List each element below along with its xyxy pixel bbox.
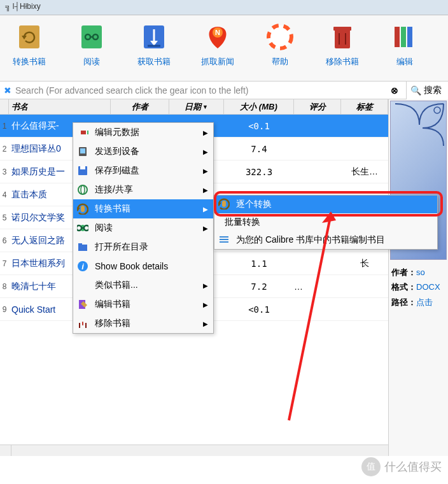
menu-edit[interactable]: 编辑元数据 ▶ (73, 123, 213, 142)
watermark: 值 什么值得买 (361, 457, 442, 476)
editbook-icon (77, 299, 88, 310)
svg-rect-45 (222, 201, 226, 207)
convert-icon (14, 22, 45, 52)
help-icon (265, 22, 295, 52)
author-link[interactable]: so (416, 267, 425, 277)
svg-rect-27 (80, 166, 85, 169)
fetch-button[interactable]: 获取书籍 (137, 22, 171, 77)
svg-rect-17 (395, 27, 400, 47)
col-header-3[interactable]: 日期▼ (169, 99, 224, 114)
main-toolbar: 转换书籍 阅读 获取书籍 N 抓取新闻 帮助 移除书籍 编辑 (0, 15, 448, 82)
info-icon: i (77, 260, 88, 272)
search-bar[interactable]: ✖ Search (For advanced search click the … (0, 82, 406, 99)
read-icon (76, 22, 107, 52)
svg-point-33 (77, 225, 81, 231)
submenu-arrow-icon: ▶ (203, 148, 208, 155)
clear-search-icon[interactable]: ⊗ (387, 85, 402, 96)
svg-text:N: N (215, 29, 220, 36)
menu-save[interactable]: 保存到磁盘 ▶ (73, 161, 213, 180)
remove-button[interactable]: 移除书籍 (326, 22, 359, 77)
svg-rect-30 (81, 206, 85, 212)
col-header-0[interactable] (0, 99, 9, 114)
menu-editbook[interactable]: 编辑书籍 ▶ (73, 295, 213, 314)
menu-remove[interactable]: 移除书籍 ▶ (73, 314, 213, 333)
submenu-arrow-icon: ▶ (203, 167, 208, 174)
menu-info[interactable]: i Show Book details (73, 257, 213, 276)
read-button[interactable]: 阅读 (76, 22, 107, 77)
-icon (77, 280, 88, 291)
catalog-icon (218, 234, 230, 247)
menu-item[interactable]: 类似书籍... ▶ (73, 276, 213, 295)
link-icon (77, 184, 88, 196)
menu-link[interactable]: 连接/共享 ▶ (73, 180, 213, 199)
submenu-item[interactable]: 批量转换 (214, 213, 437, 231)
convert-submenu: 逐个转换 批量转换 为您的 Calibre 书库中的书籍编制书目 (214, 195, 438, 250)
help-button[interactable]: 帮助 (265, 22, 295, 77)
svg-point-29 (81, 185, 85, 194)
menu-convert[interactable]: 转换书籍 ▶ (73, 199, 213, 218)
remove-icon (327, 22, 358, 52)
svg-text:i: i (81, 262, 84, 271)
svg-rect-49 (220, 241, 228, 243)
svg-rect-13 (335, 29, 350, 48)
svg-point-28 (78, 185, 87, 194)
svg-point-12 (269, 25, 291, 48)
submenu-arrow-icon: ▶ (203, 129, 208, 136)
submenu-arrow-icon: ▶ (203, 225, 208, 232)
watermark-icon: 值 (361, 457, 381, 476)
convert-icon (218, 198, 230, 211)
convert-icon (77, 203, 88, 215)
edit-icon (389, 22, 420, 52)
news-icon: N (202, 22, 233, 52)
svg-rect-22 (87, 131, 88, 134)
fetch-icon (139, 22, 169, 52)
svg-point-20 (434, 107, 440, 113)
convert-button[interactable]: 转换书籍 (13, 22, 46, 77)
col-header-2[interactable]: 作者 (111, 99, 169, 114)
submenu-arrow-icon: ▶ (203, 187, 208, 194)
detail-panel: 作者：so 格式：DOCX 路径：点击 (388, 99, 448, 456)
read-icon (77, 222, 88, 234)
svg-rect-37 (78, 243, 82, 246)
submenu-arrow-icon: ▶ (203, 206, 208, 213)
svg-rect-14 (333, 27, 351, 31)
svg-rect-47 (220, 236, 228, 238)
svg-rect-18 (401, 27, 406, 47)
folder-icon (77, 241, 88, 253)
context-menu: 编辑元数据 ▶ 发送到设备 ▶ 保存到磁盘 ▶ 连接/共享 ▶ 转换书籍 ▶ 阅… (73, 122, 214, 334)
search-icon: 🔍 (410, 85, 421, 96)
title-bar: ╗ l┤Hłbixy (0, 0, 448, 15)
col-header-5[interactable]: 评分 (294, 99, 341, 114)
device-icon (77, 146, 88, 157)
path-link[interactable]: 点击 (416, 297, 433, 307)
horizontal-scrollbar[interactable] (0, 445, 388, 456)
svg-rect-0 (19, 25, 39, 48)
col-header-4[interactable]: 大小 (MB) (224, 99, 294, 114)
menu-folder[interactable]: 打开所在目录 (73, 238, 213, 257)
menu-read[interactable]: 阅读 ▶ (73, 218, 213, 238)
svg-rect-48 (220, 239, 228, 240)
search-placeholder: Search (For advanced search click the ge… (15, 85, 249, 96)
submenu-arrow-icon: ▶ (203, 320, 208, 327)
format-link[interactable]: DOCX (416, 282, 440, 292)
svg-rect-25 (80, 148, 85, 153)
news-button[interactable]: N 抓取新闻 (201, 22, 234, 77)
menu-device[interactable]: 发送到设备 ▶ (73, 142, 213, 161)
grid-header: 书名作者日期▼大小 (MB)评分标签 (0, 99, 388, 115)
svg-point-34 (84, 225, 88, 231)
submenu-arrow-icon: ▶ (203, 282, 208, 289)
col-header-1[interactable]: 书名 (9, 99, 111, 114)
edit-icon (77, 127, 88, 138)
svg-rect-19 (407, 27, 412, 47)
svg-rect-21 (81, 131, 86, 134)
col-header-6[interactable]: 标签 (341, 99, 388, 114)
svg-marker-31 (77, 208, 80, 211)
gear-icon[interactable]: ✖ (4, 85, 11, 96)
submenu-item[interactable]: 逐个转换 (214, 196, 437, 213)
book-metadata: 作者：so 格式：DOCX 路径：点击 (389, 261, 448, 313)
submenu-arrow-icon: ▶ (203, 301, 208, 308)
edit-button[interactable]: 编辑 (389, 22, 420, 77)
remove-icon (77, 318, 88, 329)
search-button[interactable]: 🔍 搜索 (406, 82, 448, 99)
submenu-item[interactable]: 为您的 Calibre 书库中的书籍编制书目 (214, 231, 437, 249)
